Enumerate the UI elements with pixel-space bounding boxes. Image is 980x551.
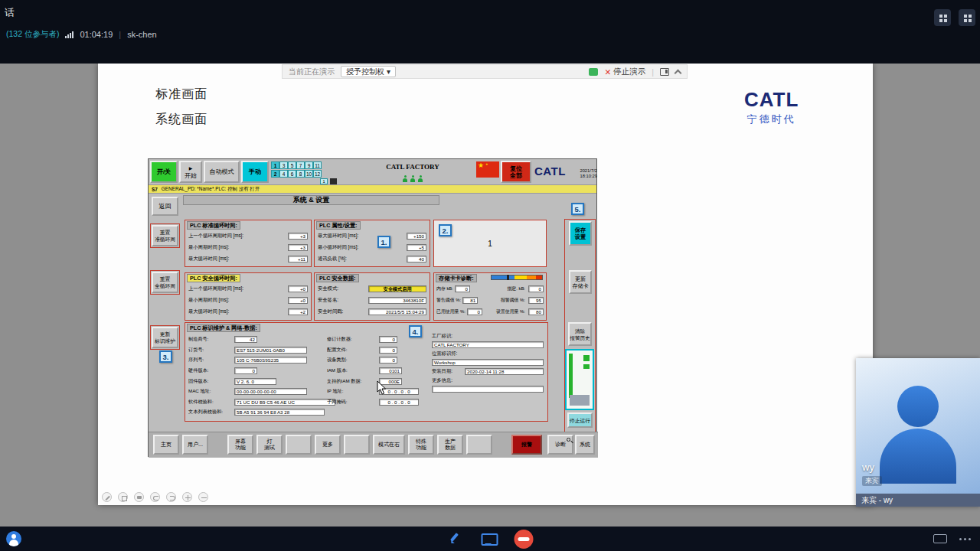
- station-cell[interactable]: 8: [296, 170, 305, 178]
- redo-icon[interactable]: [166, 492, 176, 502]
- row-value: 71 UC DU B9 C5 46 AE UC: [234, 399, 335, 406]
- hmi-reset-all-cycle-button[interactable]: 重置全循环周: [152, 272, 178, 293]
- pen-tool-icon[interactable]: [102, 492, 112, 502]
- hmi-clear-alarm-history-button[interactable]: 清除报警历史: [568, 322, 592, 346]
- row-value: 00-00-00-00-00-00: [234, 388, 307, 395]
- undo-icon[interactable]: [150, 492, 160, 502]
- hmi-screen-title: 系统 & 设置: [183, 195, 439, 205]
- row-label: 修订计数器:: [327, 336, 379, 343]
- hmi-btn-mode[interactable]: 模式在右: [373, 435, 405, 455]
- panel-safety-cycle-time: PLC 安全循环时间: 上一个循环周期时间 [ms]:+0 最小周期时间 [ms…: [185, 272, 312, 321]
- hmi-update-ident-button[interactable]: 更新标识维护: [152, 327, 178, 348]
- chat-icon[interactable]: [589, 68, 598, 76]
- eraser-tool-icon[interactable]: [134, 492, 144, 502]
- annotate-pen-icon[interactable]: [447, 531, 462, 546]
- hmi-btn-home[interactable]: 主页: [153, 435, 179, 455]
- participant-video-tile[interactable]: wy 来宾 来宾 - wy: [856, 358, 980, 507]
- row-value: 105 C-76B0S9S235: [234, 357, 307, 364]
- station-cell[interactable]: 2: [271, 170, 279, 178]
- hmi-auto-mode-button[interactable]: 自动模式: [204, 161, 240, 183]
- hmi-btn-system[interactable]: 系统: [575, 435, 595, 455]
- hmi-reset-all-button[interactable]: 复位全部: [501, 161, 531, 183]
- row-label: 最小周期时间 [ms]:: [188, 297, 229, 304]
- row-label: 安全时间戳:: [318, 308, 343, 315]
- row-label: 软件校验和:: [188, 399, 234, 406]
- share-screen-icon[interactable]: [481, 531, 496, 546]
- hmi-btn-users[interactable]: 用户...: [182, 435, 208, 455]
- hmi-power-button[interactable]: 开/关: [150, 161, 178, 183]
- ident-right-column: 工厂标识: CATL FACTORY 位置标识符: Workshop 安装日期:…: [432, 333, 545, 393]
- more-options-icon[interactable]: [959, 538, 962, 540]
- row-value: +3: [288, 244, 308, 251]
- hmi-btn-blank-1[interactable]: [286, 435, 312, 455]
- hmi-btn-more[interactable]: 更多: [315, 435, 341, 455]
- layout-grid-icon[interactable]: [934, 9, 951, 26]
- station-cell[interactable]: 1: [271, 161, 279, 169]
- station-cell[interactable]: 12: [313, 170, 322, 178]
- profile-avatar-icon[interactable]: [6, 531, 21, 546]
- panel-title: PLC 安全数据:: [316, 274, 359, 282]
- station-cell[interactable]: 9: [305, 161, 313, 169]
- row-label: 更多信息:: [432, 377, 545, 386]
- station-cell[interactable]: 7: [296, 161, 305, 169]
- participant-role-badge: 来宾: [862, 476, 882, 486]
- row-label: 安装日期:: [432, 368, 462, 375]
- end-call-button[interactable]: [514, 530, 534, 549]
- row-label: IP 地址:: [327, 388, 379, 395]
- panel-title: PLC 安全循环时间:: [187, 274, 240, 282]
- hmi-stop-run-button[interactable]: 停止运行: [567, 412, 593, 428]
- hmi-btn-blank-3[interactable]: [466, 435, 492, 455]
- hmi-status-bar: S7 GENERAL_PD: *Name*.PLC: 控制 没有 打开: [149, 184, 596, 194]
- doc-link-system-screen: 系统画面: [155, 112, 207, 128]
- panel-toggle-icon[interactable]: [933, 534, 947, 543]
- hmi-back-button[interactable]: 返回: [152, 197, 178, 216]
- hmi-btn-lamp-test[interactable]: 灯测试: [256, 435, 283, 455]
- station-extra-cell[interactable]: 1: [320, 178, 328, 184]
- participants-count[interactable]: (132 位参与者): [6, 29, 59, 40]
- hmi-btn-alarm[interactable]: 报警: [511, 435, 542, 455]
- grant-control-button[interactable]: 授予控制权 ▾: [341, 66, 396, 77]
- zoom-out-icon[interactable]: [198, 492, 208, 502]
- hmi-btn-screen-functions[interactable]: 屏幕功能: [227, 435, 253, 455]
- meeting-topbar: 话 (132 位参与者) 01:04:19 | sk-chen: [0, 0, 980, 64]
- row-value: +5: [407, 244, 426, 251]
- separator: |: [652, 67, 654, 77]
- station-cell[interactable]: 4: [279, 170, 288, 178]
- memcard-usage-slider[interactable]: [491, 275, 543, 280]
- station-cell[interactable]: 3: [279, 161, 288, 169]
- location-id-field: Workshop: [432, 359, 544, 366]
- row-label: 订货号:: [188, 347, 234, 354]
- topbar-icons: [934, 9, 975, 26]
- play-icon: ▶: [189, 165, 193, 172]
- hmi-save-settings-button[interactable]: 保存设置: [569, 221, 592, 246]
- factory-id-field: CATL FACTORY: [432, 341, 544, 348]
- popout-window-icon[interactable]: [959, 9, 975, 26]
- meeting-control-bar: [0, 527, 980, 551]
- row-value: 5B A5 91 36 94 E8 A3 28: [234, 409, 325, 416]
- hmi-reset-std-cycle-button[interactable]: 重置准循环周: [152, 225, 178, 246]
- row-value: 0: [455, 285, 470, 292]
- station-cell[interactable]: 11: [313, 161, 322, 169]
- hmi-btn-diagnostics[interactable]: 诊断: [547, 435, 573, 455]
- meeting-duration: 01:04:19: [80, 30, 113, 39]
- row-value: 2021/5/5 15:04:29: [368, 308, 426, 315]
- shape-tool-icon[interactable]: [118, 492, 128, 502]
- zoom-in-icon[interactable]: [182, 492, 192, 502]
- hmi-update-memcard-button[interactable]: 更新存储卡: [569, 270, 592, 294]
- station-cell[interactable]: 10: [305, 170, 313, 178]
- person-icon: [403, 175, 407, 182]
- station-cell[interactable]: 6: [288, 170, 296, 178]
- hmi-manual-button[interactable]: 手动: [241, 161, 269, 183]
- hmi-btn-blank-2[interactable]: [344, 435, 370, 455]
- station-cell[interactable]: 5: [288, 161, 296, 169]
- row-label: 文本列表校验和:: [188, 409, 234, 416]
- row-label: 通讯负载 [%]:: [318, 256, 347, 262]
- stop-presenting-button[interactable]: ✕ 停止演示: [604, 67, 645, 77]
- hmi-btn-production-data[interactable]: 生产数据: [437, 435, 463, 455]
- layout-panel-icon[interactable]: [660, 68, 669, 76]
- row-label: 工厂标识:: [432, 333, 545, 341]
- hmi-btn-special-functions[interactable]: 特殊功能: [408, 435, 434, 455]
- collapse-toolbar-icon[interactable]: [675, 69, 682, 77]
- hmi-start-button[interactable]: ▶ 开始: [179, 161, 202, 183]
- operators-icons: [348, 171, 478, 185]
